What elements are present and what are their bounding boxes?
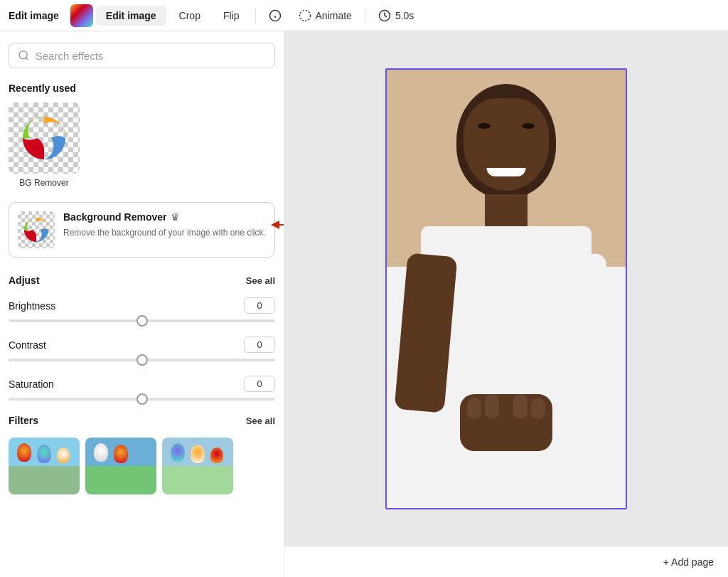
info-button[interactable] — [262, 5, 289, 26]
adjust-section-header: Adjust See all — [9, 275, 275, 286]
balloon-decoration-4 — [94, 443, 108, 462]
bg-remover-card-thumbnail — [18, 211, 55, 248]
brightness-label-row: Brightness 0 — [9, 297, 275, 314]
person-image — [387, 70, 626, 508]
canvas-content[interactable] — [284, 31, 728, 546]
search-input[interactable] — [36, 50, 266, 62]
svg-point-5 — [19, 51, 27, 59]
annotation-arrow — [271, 214, 284, 235]
neck — [485, 194, 528, 230]
contrast-slider-thumb[interactable] — [136, 354, 148, 366]
filter-thumb-2[interactable] — [85, 438, 156, 494]
filter-thumb-3[interactable] — [162, 438, 233, 494]
brightness-row: Brightness 0 — [9, 297, 275, 322]
brightness-value[interactable]: 0 — [244, 297, 275, 314]
balloon-decoration-8 — [210, 448, 223, 463]
filters-title: Filters — [9, 415, 38, 426]
nav-divider — [255, 9, 256, 23]
face — [464, 98, 549, 191]
app-title: Edit image — [9, 10, 59, 21]
adjust-title: Adjust — [9, 275, 40, 286]
bg-remover-label: BG Remover — [19, 178, 68, 188]
saturation-label: Saturation — [9, 379, 54, 390]
left-eye — [478, 123, 491, 129]
duration-button[interactable]: 5.0s — [371, 5, 421, 26]
balloon-decoration-2 — [37, 445, 51, 463]
smile — [487, 168, 526, 176]
contrast-label-row: Contrast 0 — [9, 337, 275, 353]
recently-used-grid: BG Remover — [9, 102, 275, 188]
adjust-see-all-link[interactable]: See all — [246, 275, 275, 286]
info-icon — [269, 9, 282, 22]
saturation-row: Saturation 0 — [9, 376, 275, 401]
bg-remover-card-title: Background Remover — [63, 211, 166, 223]
nav-divider-2 — [365, 9, 365, 23]
brightness-slider-track[interactable] — [9, 319, 275, 322]
background-remover-card[interactable]: Background Remover ♛ Remove the backgrou… — [9, 202, 275, 258]
contrast-value[interactable]: 0 — [244, 337, 275, 353]
filter-thumbnails — [9, 438, 275, 494]
bg-remover-info: Background Remover ♛ Remove the backgrou… — [63, 211, 266, 239]
tab-crop[interactable]: Crop — [169, 6, 210, 26]
search-icon — [18, 49, 30, 62]
tab-edit-image[interactable]: Edit image — [96, 6, 166, 26]
search-box[interactable] — [9, 43, 275, 68]
hands — [460, 394, 552, 451]
clock-icon — [378, 9, 391, 22]
saturation-slider-track[interactable] — [9, 398, 275, 401]
finger-1 — [467, 398, 481, 419]
add-page-bar: + Add page — [284, 546, 728, 577]
animate-icon — [299, 9, 311, 22]
beach-ball-icon — [19, 113, 69, 163]
tab-flip[interactable]: Flip — [213, 6, 250, 26]
add-page-button[interactable]: + Add page — [663, 556, 714, 568]
balloon-decoration-1 — [17, 443, 31, 462]
recently-used-title: Recently used — [9, 83, 275, 94]
saturation-slider-thumb[interactable] — [136, 393, 148, 405]
animate-button[interactable]: Animate — [291, 5, 359, 26]
brightness-label: Brightness — [9, 300, 55, 312]
balloon-decoration-5 — [114, 445, 128, 463]
finger-3 — [513, 394, 528, 419]
bg-remover-small-ball-icon — [22, 216, 50, 244]
right-eye — [522, 123, 535, 129]
saturation-value[interactable]: 0 — [244, 376, 275, 392]
svg-line-6 — [26, 58, 28, 60]
saturation-label-row: Saturation 0 — [9, 376, 275, 392]
contrast-row: Contrast 0 — [9, 337, 275, 361]
balloon-decoration-7 — [191, 445, 205, 463]
gradient-button[interactable] — [70, 4, 93, 27]
bg-remover-description: Remove the background of your image with… — [63, 228, 266, 238]
svg-point-3 — [299, 10, 310, 21]
filters-see-all-link[interactable]: See all — [246, 415, 275, 426]
finger-4 — [531, 398, 545, 419]
contrast-slider-track[interactable] — [9, 359, 275, 361]
filters-section: Filters See all — [9, 415, 275, 494]
image-frame[interactable] — [385, 68, 627, 509]
recently-used-item-bg-remover[interactable]: BG Remover — [9, 102, 80, 188]
bg-remover-thumbnail — [9, 102, 80, 174]
finger-2 — [485, 394, 499, 419]
bg-remover-title-row: Background Remover ♛ — [63, 211, 266, 223]
head — [456, 84, 556, 198]
adjust-section: Adjust See all Brightness 0 Contrast 0 — [9, 275, 275, 401]
brightness-slider-thumb[interactable] — [136, 315, 148, 327]
canvas-area: + Add page — [284, 31, 728, 577]
balloon-decoration-6 — [171, 443, 185, 462]
filter-thumb-1[interactable] — [9, 438, 80, 494]
sidebar: Recently used BG Remover — [0, 31, 284, 577]
crown-icon: ♛ — [171, 211, 180, 223]
top-navigation: Edit image Edit image Crop Flip Animate … — [0, 0, 728, 31]
filters-section-header: Filters See all — [9, 415, 275, 426]
balloon-decoration-3 — [57, 448, 70, 463]
main-layout: Recently used BG Remover — [0, 31, 728, 577]
contrast-label: Contrast — [9, 339, 46, 351]
